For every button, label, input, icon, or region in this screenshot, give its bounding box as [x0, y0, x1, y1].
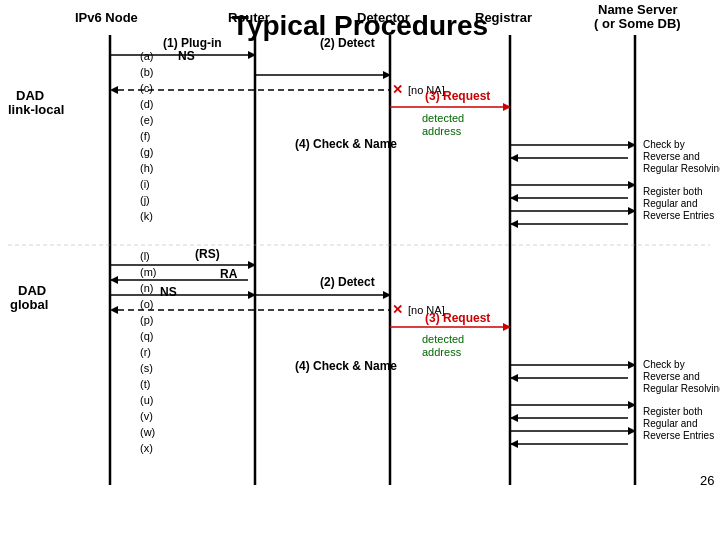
detect-2-label: (2) Detect: [320, 275, 375, 289]
page-number: 26: [700, 473, 714, 488]
col-ipv6-node: IPv6 Node: [75, 10, 138, 25]
step-c: (c): [140, 82, 153, 94]
register-both-1: Register both: [643, 186, 702, 197]
step-v: (v): [140, 410, 153, 422]
step-a: (a): [140, 50, 153, 62]
step-e: (e): [140, 114, 153, 126]
col-registrar: Registrar: [475, 10, 532, 25]
ns-label: NS: [178, 49, 195, 63]
diagram: IPv6 Node Router Detector Registrar Name…: [0, 0, 720, 490]
step-p: (p): [140, 314, 153, 326]
dad-link-local-2: link-local: [8, 102, 64, 117]
step-x: (x): [140, 442, 153, 454]
request-2-label: (3) Request: [425, 311, 490, 325]
col-router: Router: [228, 10, 270, 25]
step-l: (l): [140, 250, 150, 262]
col-nameserver-2: ( or Some DB): [594, 16, 681, 31]
step-q: (q): [140, 330, 153, 342]
x-mark-2: ✕: [392, 302, 403, 317]
step-f: (f): [140, 130, 150, 142]
detected-addr-2-label2: address: [422, 346, 462, 358]
check-name-2-label: (4) Check & Name: [295, 359, 397, 373]
detected-addr-2-label: detected: [422, 333, 464, 345]
plug-in-label: (1) Plug-in: [163, 36, 222, 50]
check-reverse-1b: Reverse and: [643, 151, 700, 162]
check-reverse-2: Check by: [643, 359, 685, 370]
register-both-1c: Reverse Entries: [643, 210, 714, 221]
ns-label-2: NS: [160, 285, 177, 299]
step-m: (m): [140, 266, 157, 278]
page: Typical Procedures IPv6 Node Router Dete…: [0, 0, 720, 540]
step-u: (u): [140, 394, 153, 406]
register-both-1b: Regular and: [643, 198, 697, 209]
check-reverse-1: Check by: [643, 139, 685, 150]
check-reverse-2c: Regular Resolving: [643, 383, 720, 394]
rs-label: (RS): [195, 247, 220, 261]
step-t: (t): [140, 378, 150, 390]
register-both-2: Register both: [643, 406, 702, 417]
step-h: (h): [140, 162, 153, 174]
dad-global-2: global: [10, 297, 48, 312]
step-d: (d): [140, 98, 153, 110]
col-detector: Detector: [357, 10, 410, 25]
step-j: (j): [140, 194, 150, 206]
request-1-label: (3) Request: [425, 89, 490, 103]
register-both-2b: Regular and: [643, 418, 697, 429]
step-i: (i): [140, 178, 150, 190]
step-w: (w): [140, 426, 155, 438]
ra-label: RA: [220, 267, 238, 281]
col-nameserver-1: Name Server: [598, 2, 678, 17]
step-s: (s): [140, 362, 153, 374]
step-b: (b): [140, 66, 153, 78]
register-both-2c: Reverse Entries: [643, 430, 714, 441]
x-mark-1: ✕: [392, 82, 403, 97]
step-g: (g): [140, 146, 153, 158]
detect-1-label: (2) Detect: [320, 36, 375, 50]
detected-addr-1-label: detected: [422, 112, 464, 124]
check-name-1-label: (4) Check & Name: [295, 137, 397, 151]
dad-global: DAD: [18, 283, 46, 298]
step-n: (n): [140, 282, 153, 294]
check-reverse-2b: Reverse and: [643, 371, 700, 382]
step-o: (o): [140, 298, 153, 310]
detected-addr-1-label2: address: [422, 125, 462, 137]
dad-link-local: DAD: [16, 88, 44, 103]
step-k: (k): [140, 210, 153, 222]
step-r: (r): [140, 346, 151, 358]
check-reverse-1c: Regular Resolving: [643, 163, 720, 174]
